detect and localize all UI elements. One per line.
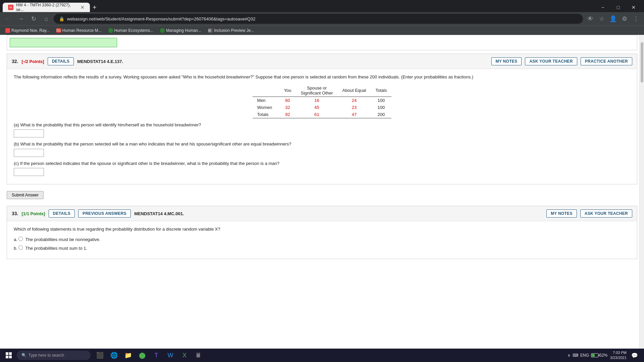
clock-area[interactable]: 7:03 PM 3/23/2021 bbox=[610, 350, 627, 361]
taskbar-files-icon[interactable]: 📁 bbox=[121, 349, 135, 362]
battery-fill bbox=[592, 354, 595, 357]
taskbar-edge-icon[interactable]: 🌐 bbox=[107, 349, 121, 362]
notification-button[interactable]: 💬 bbox=[629, 349, 640, 362]
new-tab-button[interactable]: + bbox=[90, 3, 99, 12]
bookmark-favicon-incl: ⊞ bbox=[208, 28, 213, 33]
men-total: 100 bbox=[371, 97, 391, 104]
battery-icon bbox=[591, 353, 598, 357]
question-33-section: 33. [1/1 Points] DETAILS PREVIOUS ANSWER… bbox=[7, 206, 637, 259]
q32-problem-code: MENDSTAT14 4.E.137. bbox=[77, 59, 123, 64]
question-32-body: The following information reflects the r… bbox=[7, 69, 637, 184]
tray-up-arrow[interactable]: ∧ bbox=[568, 353, 571, 358]
q32-part-c-input[interactable] bbox=[14, 168, 44, 176]
men-you: 60 bbox=[279, 97, 296, 104]
taskbar-excel-icon[interactable]: X bbox=[178, 349, 191, 362]
q32-part-c-text: (c) If the person selected indicates tha… bbox=[14, 160, 630, 167]
top-partial-question bbox=[7, 35, 637, 50]
q32-question-text: The following information reflects the r… bbox=[14, 74, 630, 80]
active-tab[interactable]: W HW 4 - TMTH 3360-2 (27927), se... ✕ bbox=[3, 3, 90, 12]
q33-radio-b[interactable] bbox=[18, 245, 23, 250]
row-label-women: Women bbox=[253, 104, 279, 111]
taskbar-teams-icon[interactable]: T bbox=[150, 349, 163, 362]
menu-button[interactable]: ⋮ bbox=[631, 13, 641, 24]
q32-practice-button[interactable]: PRACTICE ANOTHER bbox=[581, 57, 632, 65]
bookmark-ecosystems[interactable]: Human Ecosystems... bbox=[106, 27, 156, 34]
maximize-button[interactable]: □ bbox=[610, 1, 626, 13]
minimize-button[interactable]: − bbox=[595, 1, 610, 13]
q33-ask-teacher-button[interactable]: ASK YOUR TEACHER bbox=[580, 209, 632, 218]
submit-answer-button[interactable]: Submit Answer bbox=[7, 191, 44, 199]
forward-button[interactable]: → bbox=[15, 13, 26, 24]
bookmark-inclusion[interactable]: ⊞ Inclusion Preview Je... bbox=[205, 27, 257, 34]
scrollbar-thumb[interactable] bbox=[641, 42, 643, 82]
back-button[interactable]: ← bbox=[3, 13, 13, 24]
taskbar-chrome-icon[interactable]: ⬤ bbox=[136, 349, 149, 362]
tray-keyboard-icon: ⌨ bbox=[573, 353, 578, 358]
bookmark-label-raymond: Raymond Noe, Ray... bbox=[11, 28, 50, 33]
q32-notes-button[interactable]: MY NOTES bbox=[491, 57, 522, 65]
men-spouse: 16 bbox=[296, 97, 338, 104]
taskbar-word-icon[interactable]: W bbox=[164, 349, 177, 362]
bookmark-label-bb: Human Resource M... bbox=[62, 28, 102, 33]
q32-ask-teacher-button[interactable]: ASK YOUR TEACHER bbox=[525, 57, 577, 65]
q33-prev-answers-button[interactable]: PREVIOUS ANSWERS bbox=[78, 209, 131, 218]
q32-part-a-input[interactable] bbox=[14, 129, 44, 137]
address-text: webassign.net/web/Student/Assignment-Res… bbox=[67, 16, 256, 21]
table-header-you: You bbox=[279, 84, 296, 97]
totals-total: 200 bbox=[371, 111, 391, 118]
extensions-button[interactable]: ⚙ bbox=[619, 13, 630, 24]
taskbar-search[interactable]: 🔍 Type here to search bbox=[17, 351, 91, 360]
clock-time: 7:03 PM bbox=[610, 350, 627, 355]
q32-part-b-text: (b) What is the probability that the per… bbox=[14, 141, 630, 147]
q33-option-a: a. The probabilities must be nonnegative… bbox=[14, 237, 630, 242]
totals-spouse: 61 bbox=[296, 111, 338, 118]
bookmark-favicon-raymond bbox=[5, 28, 10, 33]
q33-option-a-label: a. bbox=[14, 237, 18, 242]
home-button[interactable]: ⌂ bbox=[41, 13, 52, 24]
taskbar-explorer-icon[interactable]: ⬛ bbox=[93, 349, 107, 362]
bookmarks-bar: Raymond Noe, Ray... Bb Human Resource M.… bbox=[0, 25, 644, 35]
bookmark-raymond[interactable]: Raymond Noe, Ray... bbox=[3, 27, 52, 34]
table-row-women: Women 32 45 23 100 bbox=[253, 104, 392, 111]
taskbar-items: ⬛ 🌐 📁 ⬤ T W X 🖩 bbox=[93, 349, 205, 362]
bookmark-bb[interactable]: Bb Human Resource M... bbox=[54, 27, 104, 34]
q32-points: [-/2 Points] bbox=[21, 59, 44, 64]
address-bar[interactable]: 🔒 webassign.net/web/Student/Assignment-R… bbox=[54, 14, 583, 24]
scrollbar[interactable] bbox=[639, 35, 644, 349]
battery-indicator: 52% bbox=[591, 353, 607, 358]
tab-close-button[interactable]: ✕ bbox=[80, 5, 85, 10]
taskbar-right: ∧ ⌨ ENG 52% 7:03 PM 3/23/2021 💬 bbox=[568, 349, 643, 362]
q33-problem-code: MENDSTAT14 4.MC.001. bbox=[134, 211, 184, 216]
q33-option-a-text: a. The probabilities must be nonnegative… bbox=[14, 237, 630, 242]
close-button[interactable]: ✕ bbox=[626, 1, 641, 13]
bookmark-label-eco: Human Ecosystems... bbox=[114, 28, 154, 33]
taskbar-calc-icon[interactable]: 🖩 bbox=[192, 349, 205, 362]
reload-button[interactable]: ↻ bbox=[28, 13, 39, 24]
q32-details-button[interactable]: DETAILS bbox=[48, 57, 74, 65]
q32-part-a-text: (a) What is the probability that this pe… bbox=[14, 122, 630, 128]
q33-option-b-label: b. bbox=[14, 246, 18, 251]
battery-pct: 52% bbox=[599, 353, 607, 358]
row-label-totals: Totals bbox=[253, 111, 279, 118]
nav-right-icons: 👁 ☆ 👤 ⚙ ⋮ bbox=[585, 13, 641, 24]
question-33-body: Which of following statements is true re… bbox=[7, 221, 637, 259]
q33-notes-button[interactable]: MY NOTES bbox=[546, 209, 577, 218]
tab-label: HW 4 - TMTH 3360-2 (27927), se... bbox=[16, 3, 76, 12]
profile-button[interactable]: 👤 bbox=[608, 13, 619, 24]
q33-option-b-text: b. The probabilities must sum to 1. bbox=[14, 245, 630, 251]
sys-tray: ∧ ⌨ ENG 52% bbox=[568, 353, 607, 358]
reader-mode-button[interactable]: 👁 bbox=[585, 13, 596, 24]
q33-details-button[interactable]: DETAILS bbox=[49, 209, 75, 218]
bookmark-managing[interactable]: Managing Human... bbox=[157, 27, 204, 34]
bookmark-button[interactable]: ☆ bbox=[596, 13, 607, 24]
q33-radio-a[interactable] bbox=[18, 237, 23, 241]
lock-icon: 🔒 bbox=[59, 16, 64, 21]
q32-number: 32. bbox=[12, 59, 18, 64]
q32-part-b-input[interactable] bbox=[14, 149, 44, 157]
start-button[interactable] bbox=[1, 349, 16, 362]
q32-part-b: (b) What is the probability that the per… bbox=[14, 141, 630, 157]
q32-data-table: You Spouse orSignificant Other About Equ… bbox=[253, 84, 392, 118]
q33-option-b: b. The probabilities must sum to 1. bbox=[14, 245, 630, 251]
tab-bar: W HW 4 - TMTH 3360-2 (27927), se... ✕ + … bbox=[0, 0, 644, 12]
q33-number: 33. bbox=[12, 211, 18, 216]
